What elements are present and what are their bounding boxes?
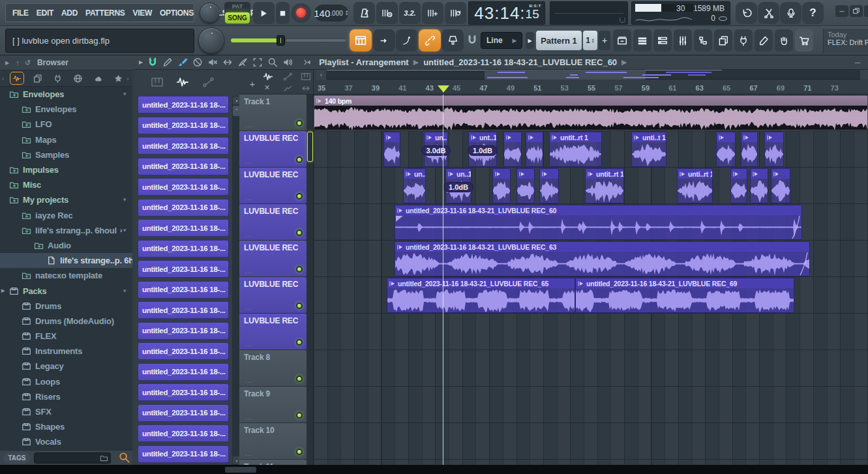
playlist-focus-button[interactable] xyxy=(350,29,372,52)
main-volume-knob[interactable] xyxy=(198,27,224,53)
browser-tab-plugins[interactable] xyxy=(50,72,65,85)
collapse-arrow-icon[interactable]: ▼ xyxy=(122,288,127,294)
clip-header[interactable] xyxy=(771,169,790,179)
track-header-3[interactable]: LUVBLUE REC... xyxy=(239,168,307,204)
browser-item-lfo[interactable]: LFO xyxy=(0,117,132,132)
browser-item-misc[interactable]: Misc xyxy=(0,177,132,192)
clip-header[interactable] xyxy=(540,169,558,179)
picker-item-audio[interactable]: untitled_2023-11-16 18-... xyxy=(138,117,229,134)
browser-item-legacy[interactable]: Legacy xyxy=(0,359,132,374)
track-header-8[interactable]: Track 8... xyxy=(239,350,307,387)
browser-item-shapes[interactable]: Shapes xyxy=(0,419,132,434)
clip-header[interactable]: untit..rt 1 xyxy=(550,132,601,142)
browser-item-envelopes[interactable]: Envelopes xyxy=(0,102,132,117)
browser-item-life-s-strange-p-6houl[interactable]: life's strange..p. 6houl› xyxy=(0,253,132,268)
select-tool-icon[interactable] xyxy=(252,57,263,67)
picker-item-audio[interactable]: untitled_2023-11-16 18-... xyxy=(138,383,229,401)
track-header-11[interactable]: Track 11... xyxy=(239,460,307,465)
track-enable-led[interactable] xyxy=(296,156,303,163)
pattern-number-spinner[interactable]: 1 ▲▼ xyxy=(583,31,597,50)
slope-icon[interactable] xyxy=(281,84,294,93)
playlist-clip[interactable]: untit..rt 1 xyxy=(549,132,602,167)
playlist-clip[interactable] xyxy=(730,168,747,203)
playlist-clip[interactable] xyxy=(764,132,784,167)
view-audio-icon[interactable] xyxy=(262,72,275,81)
panel-button-plug[interactable] xyxy=(734,29,753,52)
playlist-clip[interactable]: untitled_2023-11-16 18-43-21_LUVBLUE REC… xyxy=(575,278,794,313)
browser-item-maps[interactable]: Maps xyxy=(0,132,132,147)
browser-item-iayze-rec[interactable]: iayze Rec xyxy=(0,208,132,223)
playlist-clip[interactable] xyxy=(539,168,559,203)
loop-record-button[interactable] xyxy=(422,2,443,24)
browser-tab-files[interactable] xyxy=(30,72,44,85)
picker-tab-patterns-icon[interactable] xyxy=(150,77,164,87)
pat-mode-label[interactable]: PAT xyxy=(224,2,250,12)
zoom-tool-icon[interactable] xyxy=(267,57,278,67)
search-icon[interactable] xyxy=(119,452,130,463)
picker-item-audio[interactable]: untitled_2023-11-16 18-... xyxy=(138,281,229,299)
track-header-1[interactable]: Track 1... xyxy=(239,95,307,131)
browser-item-drums[interactable]: Drums xyxy=(0,299,132,314)
browser-item-audio[interactable]: Audio xyxy=(0,238,132,253)
browser-item-life-s-strang-p-6houl[interactable]: life's strang..p. 6houl›▼ xyxy=(0,223,132,238)
track-header-6[interactable]: LUVBLUE REC... xyxy=(239,277,307,314)
clip-header[interactable]: unti..rt 1 xyxy=(678,169,712,179)
pattern-selector[interactable]: Pattern 1 xyxy=(536,31,582,50)
typing-keyboard-button[interactable] xyxy=(441,29,464,52)
close-button[interactable]: ✕ xyxy=(864,5,868,17)
clip-header[interactable] xyxy=(517,169,534,179)
playlist-ruler[interactable]: 3537394143454749515355575961636567697173 xyxy=(314,80,868,95)
song-mode-label[interactable]: SONG xyxy=(225,12,250,23)
playlist-snap-icon[interactable] xyxy=(147,57,158,67)
picker-tab-audio-icon[interactable] xyxy=(175,77,190,87)
add-pattern-button[interactable]: + xyxy=(599,31,610,50)
clip-header[interactable] xyxy=(493,169,510,179)
track-enable-led[interactable] xyxy=(296,230,303,236)
picker-item-audio[interactable]: untitled_2023-11-16 18-... xyxy=(138,96,229,113)
browser-tab-online[interactable] xyxy=(70,72,85,85)
tempo-spinner[interactable]: ▲▼ xyxy=(345,10,349,16)
playlist-clip[interactable] xyxy=(503,132,522,167)
clip-header[interactable]: un..1 xyxy=(446,169,471,179)
pat-song-switch[interactable]: PAT SONG xyxy=(224,2,250,24)
clip-header[interactable]: untit..rt 1 xyxy=(586,169,623,179)
record-button[interactable] xyxy=(291,3,311,23)
menu-item-file[interactable]: FILE xyxy=(8,8,33,18)
clip-header[interactable]: untitled_2023-11-16 18-43-21_LUVBLUE REC… xyxy=(395,242,809,252)
picker-item-audio[interactable]: untitled_2023-11-16 18-... xyxy=(138,322,229,340)
collapse-arrow-icon[interactable]: ▼ xyxy=(122,228,127,233)
track-enable-led[interactable] xyxy=(296,120,303,126)
clip-header[interactable]: un.. xyxy=(404,169,425,179)
browser-menu-arrow-icon[interactable]: ▶ xyxy=(5,60,9,66)
picker-item-audio[interactable]: untitled_2023-11-16 18-... xyxy=(138,260,229,278)
browser-item-flex[interactable]: FLEX xyxy=(0,329,132,344)
playlist-clip[interactable] xyxy=(741,132,758,167)
track-enable-led[interactable] xyxy=(296,266,303,273)
slice-tool-icon[interactable] xyxy=(237,57,248,67)
picker-item-audio[interactable]: untitled_2023-11-16 18-... xyxy=(138,424,229,442)
track-header-10[interactable]: Track 10... xyxy=(239,423,307,460)
view-automation-icon[interactable] xyxy=(281,72,294,81)
track-header-5[interactable]: LUVBLUE REC... xyxy=(239,241,307,277)
track-enable-led[interactable] xyxy=(296,303,303,309)
picker-item-audio[interactable]: untitled_2023-11-16 18-... xyxy=(138,240,229,258)
clip-header[interactable] xyxy=(384,132,400,142)
gain-badge[interactable]: 1.0dB xyxy=(443,182,473,192)
track-enable-led[interactable] xyxy=(296,339,303,346)
panel-button-detached[interactable] xyxy=(613,29,631,52)
news-panel[interactable]: Today FLEX: Drift P. xyxy=(823,29,868,53)
panel-button-pages[interactable] xyxy=(714,29,732,52)
playlist-clip[interactable]: untitled_2023-11-16 18-43-21_LUVBLUE REC… xyxy=(395,205,802,240)
playlist-clip[interactable]: un.. xyxy=(403,168,426,203)
browser-item-vocals[interactable]: Vocals xyxy=(0,434,132,449)
overview-scroll-left-icon[interactable]: ‹ xyxy=(316,70,326,80)
link-button[interactable] xyxy=(419,29,441,52)
tags-button[interactable]: TAGS xyxy=(3,452,31,464)
menu-item-view[interactable]: VIEW xyxy=(129,8,156,18)
collapse-arrow-icon[interactable]: ▼ xyxy=(122,91,127,97)
playlist-clip[interactable]: unti..t 1 xyxy=(631,132,666,167)
track-header-9[interactable]: Track 9... xyxy=(239,387,307,423)
playlist-clip[interactable] xyxy=(526,132,543,167)
countdown-button[interactable]: 3.2. xyxy=(399,2,421,24)
oscilloscope-panel[interactable] xyxy=(550,1,628,25)
